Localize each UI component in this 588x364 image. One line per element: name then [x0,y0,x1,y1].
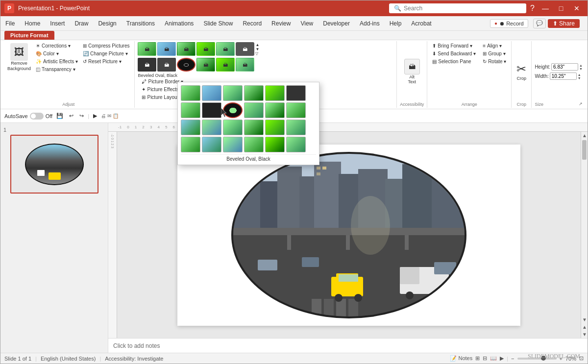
gallery-btn-7[interactable] [181,102,200,118]
scroll-track[interactable] [581,139,588,316]
menu-help[interactable]: Help [385,16,407,30]
gallery-btn-18[interactable] [286,120,306,135]
size-expand-icon[interactable]: ↗ [579,101,583,106]
menu-home[interactable]: Home [20,16,45,30]
menu-file[interactable]: File [0,16,20,30]
gallery-btn-4[interactable] [244,85,264,101]
slide-thumbnail[interactable] [10,135,98,194]
style-btn-7[interactable]: 🏔 [138,58,156,72]
gallery-btn-22[interactable] [244,137,264,152]
gallery-btn-8[interactable] [202,102,221,118]
height-input[interactable] [551,63,578,71]
gallery-btn-10[interactable] [244,102,264,118]
style-btn-oval-black[interactable]: ⬭ [177,58,196,72]
menu-acrobat[interactable]: Acrobat [406,16,436,30]
record-button[interactable]: ● ⏺ Record [490,19,528,28]
scroll-down-arrow[interactable]: ▼ [581,316,588,323]
notes-bar[interactable]: Click to add notes [108,338,588,353]
slide-page[interactable] [177,145,520,326]
menu-developer[interactable]: Developer [318,16,355,30]
style-btn-11[interactable]: 🏔 [216,58,235,72]
minimize-button[interactable]: — [539,2,552,14]
width-up[interactable]: ▲ [578,73,581,76]
width-down[interactable]: ▼ [578,76,581,80]
alt-text-button[interactable]: 🏔 AltText [400,57,424,86]
page-up-arrow[interactable]: ▲ [581,323,588,331]
menu-transitions[interactable]: Transitions [122,16,160,30]
search-box[interactable]: 🔍 [389,3,526,13]
menu-animations[interactable]: Animations [160,16,198,30]
corrections-button[interactable]: ☀ Corrections ▾ [34,42,80,49]
autosave-toggle[interactable] [30,113,44,120]
share-button[interactable]: ⬆ Share [548,19,580,28]
reset-picture-button[interactable]: ↺ Reset Picture ▾ [81,58,131,65]
slideshow-view[interactable]: ▶ [500,355,504,362]
menu-addins[interactable]: Add-ins [355,16,385,30]
menu-slideshow[interactable]: Slide Show [198,16,238,30]
style-btn-4[interactable]: 🏔 [196,42,215,56]
start-presentation-button[interactable]: ▶ [91,112,99,120]
undo-button[interactable]: ↩ [67,112,75,120]
height-up[interactable]: ▲ [579,64,583,67]
gallery-btn-oval-selected[interactable] [223,102,243,118]
send-backward-button[interactable]: ⬇ Send Backward ▾ [430,50,478,57]
height-down[interactable]: ▼ [579,67,583,71]
artistic-effects-button[interactable]: ✨ Artistic Effects ▾ [34,58,80,65]
style-scroll[interactable]: ▲ ▼ ▽ [255,43,259,56]
slide-view-normal[interactable]: ⊞ [475,355,480,362]
remove-background-button[interactable]: 🖼 RemoveBackground [5,42,33,73]
help-icon[interactable]: ? [530,4,535,13]
page-down-arrow[interactable]: ▼ [581,331,588,338]
style-btn-5[interactable]: 🏔 [216,42,235,56]
style-btn-12[interactable]: 🏔 [236,58,254,72]
bring-forward-button[interactable]: ⬆ Bring Forward ▾ [430,42,478,49]
gallery-btn-5[interactable] [265,85,285,101]
height-spinner[interactable]: ▲▼ [579,64,583,71]
save-button-toolbar[interactable]: 💾 [54,112,65,120]
gallery-btn-20[interactable] [202,137,221,152]
align-button[interactable]: ≡ Align ▾ [481,42,508,49]
notes-btn[interactable]: 📝 Notes [450,355,472,362]
zoom-out-btn[interactable]: − [511,356,514,362]
style-btn-6[interactable]: 🏔 [236,42,254,56]
selection-pane-button[interactable]: ▤ Selection Pane [430,58,478,65]
gallery-btn-13[interactable] [181,120,200,135]
style-btn-1[interactable]: 🏔 [138,42,156,56]
width-spinner[interactable]: ▲▼ [578,73,581,80]
style-btn-10[interactable]: 🏔 [196,58,215,72]
picture-element[interactable] [231,152,466,318]
gallery-btn-1[interactable] [181,85,200,101]
scroll-thumb[interactable] [582,140,587,160]
maximize-button[interactable]: □ [554,2,568,14]
gallery-btn-23[interactable] [265,137,285,152]
gallery-btn-21[interactable] [223,137,243,152]
crop-button[interactable]: ✂ Crop [514,60,528,83]
gallery-btn-16[interactable] [244,120,264,135]
color-button[interactable]: 🎨 Color ▾ [34,50,80,57]
gallery-btn-17[interactable] [265,120,285,135]
group-button[interactable]: ⊞ Group ▾ [481,50,508,57]
gallery-btn-3[interactable] [223,85,243,101]
gallery-btn-11[interactable] [265,102,285,118]
gallery-btn-19[interactable] [181,137,200,152]
gallery-btn-2[interactable] [202,85,221,101]
reading-view[interactable]: 📖 [490,355,497,362]
menu-design[interactable]: Design [93,16,121,30]
transparency-button[interactable]: ◫ Transparency ▾ [34,66,80,73]
comment-button[interactable]: 💬 [533,19,546,28]
width-input[interactable] [550,73,577,80]
style-btn-8[interactable]: 🏔 [157,58,176,72]
menu-view[interactable]: View [295,16,318,30]
scroll-up-arrow[interactable]: ▲ [581,132,588,139]
picture-format-tab[interactable]: Picture Format [4,31,54,40]
change-picture-button[interactable]: 🔄 Change Picture ▾ [81,50,131,57]
redo-button[interactable]: ↪ [77,112,86,120]
gallery-btn-24[interactable] [286,137,306,152]
vertical-scrollbar[interactable]: ▲ ▼ ▲ ▼ [581,132,588,338]
style-btn-2[interactable]: 🏔 [157,42,176,56]
style-btn-3[interactable]: 🏔 [177,42,196,56]
close-button[interactable]: ✕ [570,2,584,14]
gallery-btn-15[interactable] [223,120,243,135]
search-input[interactable] [404,5,521,12]
menu-insert[interactable]: Insert [45,16,70,30]
